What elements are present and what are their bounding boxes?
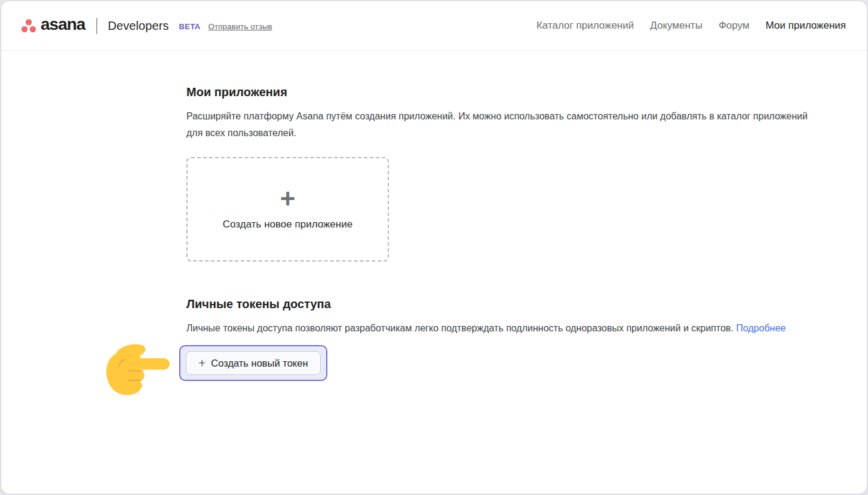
tokens-description: Личные токены доступа позволяют разработ… xyxy=(186,320,816,337)
nav-item-app-catalog[interactable]: Каталог приложений xyxy=(536,20,634,32)
beta-badge: BETA xyxy=(179,21,201,31)
main-content: Мои приложения Расширяйте платформу Asan… xyxy=(1,51,867,405)
create-new-app-card[interactable]: + Создать новое приложение xyxy=(186,157,389,262)
top-navbar: asana Developers BETA Отправить отзыв Ка… xyxy=(1,1,867,51)
main-navigation: Каталог приложений Документы Форум Мои п… xyxy=(536,20,846,32)
plus-icon: + xyxy=(198,356,206,370)
create-token-focus-ring: + Создать новый токен xyxy=(179,345,327,381)
learn-more-link[interactable]: Подробнее xyxy=(736,323,786,333)
asana-developers-brand[interactable]: asana Developers BETA xyxy=(21,16,201,35)
create-new-app-label: Создать новое приложение xyxy=(223,219,352,230)
my-apps-section: Мои приложения Расширяйте платформу Asan… xyxy=(186,85,816,262)
personal-tokens-section: Личные токены доступа Личные токены дост… xyxy=(186,297,816,405)
tokens-description-text: Личные токены доступа позволяют разработ… xyxy=(186,323,734,333)
pointing-right-hand-icon xyxy=(105,343,170,396)
plus-icon: + xyxy=(280,188,296,209)
my-apps-title: Мои приложения xyxy=(186,85,816,99)
brand-divider xyxy=(96,18,97,34)
create-new-token-button[interactable]: + Создать новый токен xyxy=(186,351,321,375)
developers-label: Developers xyxy=(108,19,168,33)
send-feedback-link[interactable]: Отправить отзыв xyxy=(208,21,272,31)
page-card: asana Developers BETA Отправить отзыв Ка… xyxy=(1,1,867,494)
tokens-title: Личные токены доступа xyxy=(186,297,816,311)
nav-item-my-apps[interactable]: Мои приложения xyxy=(766,20,846,32)
nav-item-forum[interactable]: Форум xyxy=(719,20,750,32)
asana-logo-icon xyxy=(21,18,36,33)
create-new-token-label: Создать новый токен xyxy=(211,358,308,369)
my-apps-description: Расширяйте платформу Asana путём создани… xyxy=(186,108,816,142)
create-token-row: + Создать новый токен xyxy=(186,345,816,405)
nav-item-docs[interactable]: Документы xyxy=(650,20,703,32)
asana-wordmark: asana xyxy=(41,16,85,35)
